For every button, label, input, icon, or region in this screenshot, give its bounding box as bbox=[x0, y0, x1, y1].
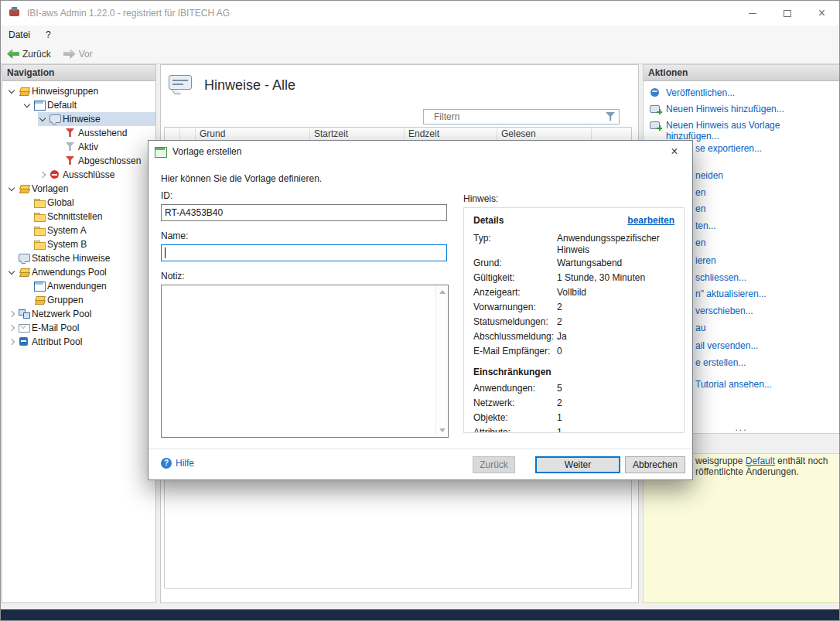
detail-value: 2 bbox=[557, 300, 674, 315]
action-link-fragment[interactable]: au bbox=[695, 322, 705, 333]
action-veroeffentlichen[interactable]: Veröffentlichen... bbox=[644, 84, 839, 101]
tree-item-ausschluesse[interactable]: Ausschlüsse bbox=[2, 168, 155, 182]
back-button[interactable]: Zurück bbox=[1, 44, 57, 63]
column-gelesen[interactable]: Gelesen bbox=[497, 128, 592, 140]
detail-value: 2 bbox=[557, 315, 674, 329]
chevron-spacer bbox=[22, 240, 32, 249]
menu-help[interactable]: ? bbox=[38, 26, 59, 44]
name-input[interactable] bbox=[161, 244, 447, 261]
column-icon-1[interactable] bbox=[165, 128, 180, 140]
tree-label: Global bbox=[47, 197, 74, 208]
tree-item-anwendungs-pool[interactable]: Anwendungs Pool bbox=[2, 265, 155, 279]
chevron-right-icon[interactable] bbox=[7, 323, 17, 333]
tree-label: Ausschlüsse bbox=[63, 169, 114, 180]
detail-label: Statusmeldungen: bbox=[473, 315, 557, 329]
close-button[interactable]: × bbox=[804, 1, 839, 26]
chevron-down-icon[interactable] bbox=[22, 101, 32, 110]
scrollbar[interactable] bbox=[435, 285, 448, 437]
mail-icon bbox=[19, 322, 30, 333]
action-link-fragment[interactable]: en bbox=[695, 203, 705, 214]
action-link-fragment[interactable]: Tutorial ansehen... bbox=[695, 379, 772, 390]
filter-input[interactable] bbox=[424, 110, 605, 124]
back-label: Zurück bbox=[22, 49, 51, 60]
column-icon-2[interactable] bbox=[180, 128, 196, 140]
action-link-fragment[interactable]: ail versenden... bbox=[695, 340, 758, 351]
details-row: Grund:Wartungsabend bbox=[473, 256, 674, 271]
dialog-close-button[interactable]: × bbox=[663, 144, 686, 159]
column-grund[interactable]: Grund bbox=[196, 128, 310, 140]
tree-item-schnittstellen[interactable]: Schnittstellen bbox=[2, 210, 155, 223]
action-link-fragment[interactable]: en bbox=[695, 237, 705, 248]
chevron-down-icon[interactable] bbox=[7, 268, 17, 277]
column-startzeit[interactable]: Startzeit bbox=[310, 128, 405, 140]
chevron-down-icon[interactable] bbox=[7, 87, 17, 96]
chevron-right-icon[interactable] bbox=[7, 337, 17, 346]
tree-item-hinweise[interactable]: Hinweise bbox=[2, 112, 155, 126]
scroll-down-icon[interactable] bbox=[439, 428, 446, 432]
tree-item-default[interactable]: Default bbox=[2, 98, 155, 112]
filter-funnel-icon[interactable] bbox=[605, 111, 616, 122]
action-link-fragment[interactable]: en bbox=[695, 187, 705, 198]
back-dialog-button[interactable]: Zurück bbox=[473, 456, 515, 473]
funnel-icon bbox=[65, 155, 77, 166]
minimize-button[interactable] bbox=[735, 1, 770, 26]
tree-label: Aktiv bbox=[78, 142, 98, 152]
tree-item-global[interactable]: Global bbox=[2, 196, 155, 210]
chevron-down-icon[interactable] bbox=[7, 184, 17, 193]
help-link[interactable]: Hilfe bbox=[161, 458, 194, 469]
abbrechen-button[interactable]: Abbrechen bbox=[625, 456, 685, 473]
tree-item-gruppen[interactable]: Gruppen bbox=[2, 293, 155, 307]
tree-item-system-b[interactable]: System B bbox=[2, 237, 155, 251]
window-icon bbox=[34, 281, 46, 292]
tree-item-hinweisgruppen[interactable]: Hinweisgruppen bbox=[2, 84, 155, 98]
chevron-right-icon[interactable] bbox=[38, 170, 48, 179]
action-link-fragment[interactable]: verschieben... bbox=[695, 305, 753, 316]
no-entry-icon bbox=[50, 169, 61, 180]
details-row: Vorwarnungen:2 bbox=[473, 300, 674, 315]
details-row: E-Mail Empfänger:0 bbox=[473, 344, 674, 359]
default-group-link[interactable]: Default bbox=[746, 456, 775, 466]
status-bar bbox=[1, 609, 839, 620]
chevron-right-icon[interactable] bbox=[7, 309, 17, 319]
tree-item-abgeschlossen[interactable]: Abgeschlossen bbox=[2, 154, 155, 168]
bearbeiten-link[interactable]: bearbeiten bbox=[627, 215, 674, 226]
column-endzeit[interactable]: Endzeit bbox=[405, 128, 497, 140]
chevron-down-icon[interactable] bbox=[38, 114, 48, 124]
tree-item-aktiv[interactable]: Aktiv bbox=[2, 140, 155, 154]
tree-item-anwendungen[interactable]: Anwendungen bbox=[2, 279, 155, 293]
action-link-fragment[interactable]: n" aktualisieren... bbox=[695, 288, 767, 299]
details-row: Abschlussmeldung:Ja bbox=[473, 329, 674, 344]
maximize-button[interactable] bbox=[770, 1, 804, 26]
chevron-spacer bbox=[22, 226, 32, 235]
page-title: Hinweise - Alle bbox=[204, 77, 295, 94]
action-link-fragment[interactable]: ten... bbox=[695, 220, 716, 231]
action-link-fragment[interactable]: ieren bbox=[695, 255, 716, 266]
help-icon bbox=[161, 458, 172, 469]
tree-item-ausstehend[interactable]: Ausstehend bbox=[2, 126, 155, 140]
action-link-fragment[interactable]: se exportieren... bbox=[695, 143, 762, 154]
details-row: Anzeigeart:Vollbild bbox=[473, 285, 674, 300]
action-link-fragment[interactable]: e erstellen... bbox=[695, 357, 746, 368]
chevron-spacer bbox=[22, 281, 32, 291]
detail-label: Abschlussmeldung: bbox=[473, 329, 557, 344]
tree-item-email-pool[interactable]: E-Mail Pool bbox=[2, 321, 155, 335]
tree-item-vorlagen[interactable]: Vorlagen bbox=[2, 182, 155, 196]
tree-item-netzwerk-pool[interactable]: Netzwerk Pool bbox=[2, 307, 155, 321]
folder-icon bbox=[34, 239, 46, 250]
layers-icon bbox=[19, 267, 30, 278]
tree-item-statische-hinweise[interactable]: Statische Hinweise bbox=[2, 251, 155, 265]
dialog-title-bar: Vorlage erstellen bbox=[149, 141, 692, 162]
tree-label: Schnittstellen bbox=[47, 211, 102, 222]
scroll-up-icon[interactable] bbox=[439, 290, 446, 294]
action-link-fragment[interactable]: schliessen... bbox=[695, 272, 746, 283]
tree-item-system-a[interactable]: System A bbox=[2, 223, 155, 237]
id-input[interactable] bbox=[161, 204, 447, 221]
action-neuer-hinweis[interactable]: Neuen Hinweis hinzufügen... bbox=[644, 101, 839, 117]
tree-item-attribut-pool[interactable]: Attribut Pool bbox=[2, 335, 155, 349]
forward-button[interactable]: Vor bbox=[57, 44, 99, 63]
notiz-input[interactable] bbox=[161, 285, 449, 438]
menu-datei[interactable]: Datei bbox=[1, 26, 38, 44]
detail-label: Typ: bbox=[473, 231, 557, 256]
weiter-button[interactable]: Weiter bbox=[535, 456, 620, 473]
action-link-fragment[interactable]: neiden bbox=[695, 170, 723, 181]
